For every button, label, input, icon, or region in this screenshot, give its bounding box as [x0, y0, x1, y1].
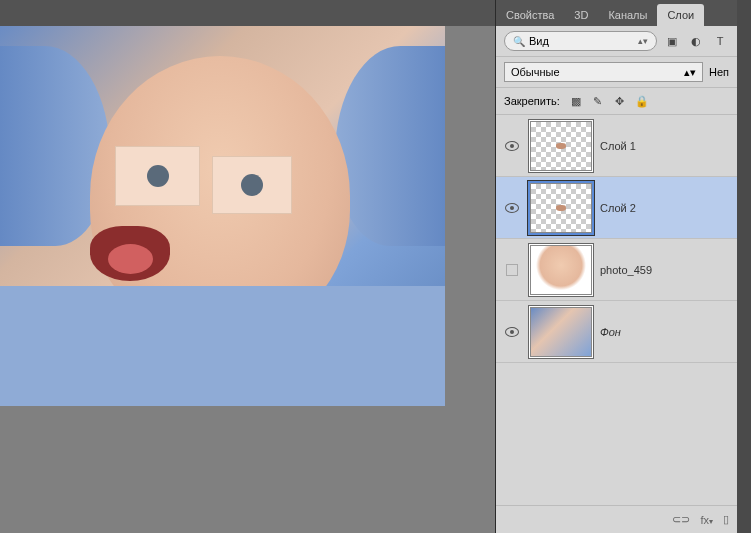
filter-type-icon[interactable]: T [711, 32, 729, 50]
layer-effects-icon[interactable]: fx▾ [700, 514, 713, 526]
search-icon [513, 35, 525, 47]
blend-mode-row: Обычные ▴▾ Неп [496, 57, 737, 88]
filter-adjustment-icon[interactable]: ◐ [687, 32, 705, 50]
tab-channels[interactable]: Каналы [598, 4, 657, 26]
panel-footer: ⊂⊃ fx▾ ▯ [496, 505, 737, 533]
panel-tabs: Свойства 3D Каналы Слои [496, 0, 737, 26]
visibility-eye-icon[interactable] [505, 327, 519, 337]
lock-pixels-icon[interactable]: ✎ [590, 93, 606, 109]
layer-thumbnail[interactable] [530, 245, 592, 295]
layer-thumbnail[interactable] [530, 307, 592, 357]
lock-position-icon[interactable]: ✥ [612, 93, 628, 109]
canvas-area [0, 0, 495, 533]
lock-label: Закрепить: [504, 95, 560, 107]
layer-name[interactable]: photo_459 [600, 264, 652, 276]
blend-mode-value: Обычные [511, 66, 560, 78]
document-image[interactable] [0, 26, 445, 406]
layer-name[interactable]: Слой 2 [600, 202, 636, 214]
lock-row: Закрепить: ▩ ✎ ✥ 🔒 [496, 88, 737, 115]
filter-label: Вид [529, 35, 549, 47]
layer-row[interactable]: Слой 2 [496, 177, 737, 239]
blend-mode-select[interactable]: Обычные ▴▾ [504, 62, 703, 82]
link-layers-icon[interactable]: ⊂⊃ [672, 513, 690, 526]
collapsed-panel-strip[interactable] [737, 0, 751, 533]
layers-panel: Свойства 3D Каналы Слои Вид ▴▾ ▣ ◐ T Обы… [495, 0, 737, 533]
layer-filter-select[interactable]: Вид ▴▾ [504, 31, 657, 51]
layer-row[interactable]: Слой 1 [496, 115, 737, 177]
layer-row[interactable]: Фон [496, 301, 737, 363]
pasted-eye-patch-right [212, 156, 292, 214]
visibility-eye-icon[interactable] [505, 203, 519, 213]
layer-name[interactable]: Фон [600, 326, 621, 338]
dropdown-arrows-icon: ▴▾ [638, 36, 648, 46]
layers-list: Слой 1 Слой 2 photo_459 Фон [496, 115, 737, 505]
tab-3d[interactable]: 3D [564, 4, 598, 26]
opacity-label: Неп [709, 66, 729, 78]
more-icon[interactable]: ▯ [723, 513, 729, 526]
layer-name[interactable]: Слой 1 [600, 140, 636, 152]
canvas-top-bar [0, 0, 495, 26]
layer-thumbnail[interactable] [530, 183, 592, 233]
tab-properties[interactable]: Свойства [496, 4, 564, 26]
pasted-eye-patch-left [115, 146, 200, 206]
layer-thumbnail[interactable] [530, 121, 592, 171]
lock-transparency-icon[interactable]: ▩ [568, 93, 584, 109]
filter-image-icon[interactable]: ▣ [663, 32, 681, 50]
layer-filter-row: Вид ▴▾ ▣ ◐ T [496, 26, 737, 57]
visibility-empty-icon[interactable] [506, 264, 518, 276]
tab-layers[interactable]: Слои [657, 4, 704, 26]
visibility-eye-icon[interactable] [505, 141, 519, 151]
lock-all-icon[interactable]: 🔒 [634, 93, 650, 109]
image-viewport[interactable] [0, 26, 495, 533]
dropdown-arrows-icon: ▴▾ [684, 66, 696, 79]
layer-row[interactable]: photo_459 [496, 239, 737, 301]
